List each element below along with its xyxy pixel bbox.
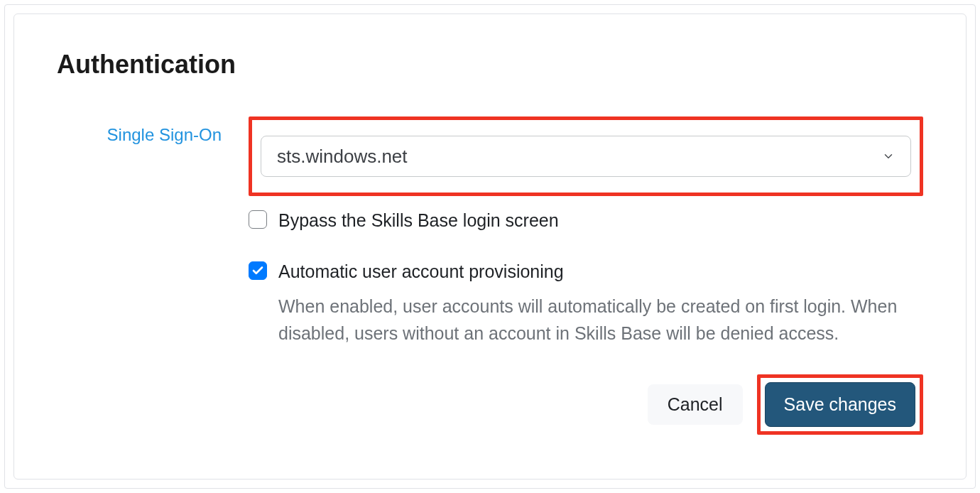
button-row: Cancel Save changes <box>249 374 923 435</box>
bypass-block: Bypass the Skills Base login screen <box>249 209 923 233</box>
bypass-checkbox[interactable] <box>249 210 267 229</box>
sso-label-col: Single Sign-On <box>57 117 249 145</box>
cancel-button[interactable]: Cancel <box>648 384 743 425</box>
autoprov-checkbox[interactable] <box>249 261 267 280</box>
chevron-down-icon <box>882 150 895 163</box>
sso-select[interactable]: sts.windows.net <box>261 136 911 177</box>
sso-label-link[interactable]: Single Sign-On <box>107 125 222 144</box>
sso-selected-value: sts.windows.net <box>277 146 408 168</box>
autoprov-label: Automatic user account provisioning <box>278 260 903 284</box>
sso-field-col: sts.windows.net Bypass the Skills Base l… <box>249 117 923 435</box>
sso-select-highlight: sts.windows.net <box>249 117 923 196</box>
save-button-highlight: Save changes <box>757 374 923 435</box>
authentication-card: Authentication Single Sign-On sts.window… <box>13 13 967 480</box>
autoprov-block: Automatic user account provisioning When… <box>249 260 923 347</box>
page-frame: Authentication Single Sign-On sts.window… <box>4 4 976 489</box>
section-title: Authentication <box>57 50 923 80</box>
bypass-label: Bypass the Skills Base login screen <box>278 209 559 233</box>
save-button[interactable]: Save changes <box>765 382 915 427</box>
autoprov-help: When enabled, user accounts will automat… <box>278 293 903 348</box>
sso-row: Single Sign-On sts.windows.net <box>57 117 923 435</box>
